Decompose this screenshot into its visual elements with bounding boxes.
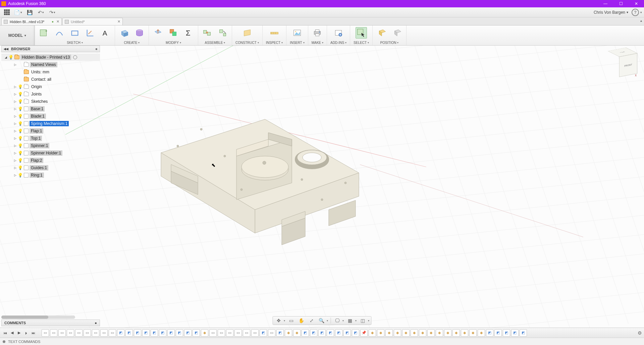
timeline-feature[interactable]: ◆: [285, 329, 292, 337]
timeline-feature[interactable]: ▭: [58, 329, 66, 337]
visibility-bulb-icon[interactable]: 💡: [17, 151, 23, 155]
visibility-bulb-icon[interactable]: 💡: [17, 99, 23, 104]
tree-item[interactable]: ▷💡Base:1: [1, 105, 100, 113]
timeline-feature[interactable]: ◆: [201, 329, 208, 337]
timeline-play-button[interactable]: ▶: [16, 330, 22, 336]
activate-radio[interactable]: [73, 55, 77, 59]
tree-item[interactable]: ▷💡Guides:1: [1, 164, 100, 171]
timeline-feature[interactable]: ◩: [184, 329, 192, 337]
rect-button[interactable]: [69, 27, 80, 39]
print-button[interactable]: [312, 27, 323, 39]
tree-item[interactable]: ▷Named Views: [1, 61, 100, 68]
tree-item[interactable]: ▷💡Spring Mechanism:1: [1, 120, 100, 127]
zoom-button[interactable]: ⤢: [308, 317, 315, 324]
timeline-feature[interactable]: ◩: [511, 329, 519, 337]
measure-button[interactable]: [269, 27, 280, 39]
fit-button[interactable]: 🔍: [318, 317, 325, 324]
timeline-feature[interactable]: ◩: [142, 329, 150, 337]
joint-button[interactable]: [202, 27, 213, 39]
timeline-feature[interactable]: ◆: [411, 329, 418, 337]
ribbon-label[interactable]: SKETCH: [67, 41, 83, 45]
viewcube[interactable]: z x TOP FRONT RIGHT: [609, 49, 636, 79]
comments-panel-header[interactable]: COMMENTS ●: [1, 320, 100, 326]
save-button[interactable]: 💾: [25, 8, 34, 16]
as-built-button[interactable]: [217, 27, 228, 39]
timeline-feature[interactable]: ◩: [520, 329, 527, 337]
timeline-prev-button[interactable]: ◀: [9, 330, 15, 336]
text-button[interactable]: A: [100, 27, 111, 39]
plane-button[interactable]: [241, 27, 253, 39]
timeline-feature[interactable]: ◆: [436, 329, 443, 337]
timeline-feature[interactable]: ◩: [151, 329, 158, 337]
horizontal-scrollbar[interactable]: [1, 316, 75, 319]
timeline-feature[interactable]: ◩: [159, 329, 166, 337]
data-panel-button[interactable]: [2, 8, 11, 16]
panel-menu-button[interactable]: ●: [95, 321, 97, 325]
tree-item[interactable]: ▷💡Flap:1: [1, 127, 100, 135]
viewports-button[interactable]: ◫: [359, 317, 367, 324]
tree-item[interactable]: ▷💡Blade:1: [1, 113, 100, 120]
tree-item[interactable]: ▷💡Sketches: [1, 98, 100, 105]
ribbon-label[interactable]: CONSTRUCT: [235, 41, 259, 45]
grid-settings-button[interactable]: ▦: [346, 317, 354, 324]
timeline-feature[interactable]: ◆: [427, 329, 435, 337]
visibility-bulb-icon[interactable]: 💡: [17, 121, 23, 126]
visibility-bulb-icon[interactable]: 💡: [17, 136, 23, 141]
timeline-feature[interactable]: ◩: [310, 329, 317, 337]
ribbon-label[interactable]: MODIFY: [166, 41, 181, 45]
visibility-bulb-icon[interactable]: 💡: [17, 143, 23, 148]
visibility-bulb-icon[interactable]: 💡: [17, 84, 23, 89]
orbit-button[interactable]: ✥: [275, 317, 282, 324]
timeline-feature[interactable]: ◆: [385, 329, 393, 337]
timeline-feature[interactable]: ◩: [276, 329, 284, 337]
visibility-bulb-icon[interactable]: 💡: [17, 92, 23, 96]
visibility-bulb-icon[interactable]: 💡: [17, 158, 23, 163]
undo-button[interactable]: ↶▾: [36, 8, 46, 16]
line-button[interactable]: [54, 27, 65, 39]
expand-ribbon-button[interactable]: ▴: [640, 19, 642, 22]
timeline-feature[interactable]: ◩: [352, 329, 359, 337]
ribbon-label[interactable]: ASSEMBLE: [205, 41, 225, 45]
document-tab-active[interactable]: Hidden Bl...nted v13* ● ✕: [1, 18, 62, 25]
timeline-feature[interactable]: ◩: [335, 329, 342, 337]
timeline-feature[interactable]: ▭: [100, 329, 108, 337]
user-menu[interactable]: Chris Von Bargen: [594, 10, 628, 15]
ribbon-label[interactable]: POSITION: [380, 41, 399, 45]
timeline-feature[interactable]: ◩: [503, 329, 510, 337]
timeline-feature[interactable]: ◩: [302, 329, 309, 337]
combine-button[interactable]: [168, 27, 179, 39]
canvas-viewport[interactable]: ⬉ ◀◀ BROWSER ● ◢💡Hidden Blade - Printed …: [0, 46, 644, 328]
timeline-feature[interactable]: ◩: [327, 329, 334, 337]
revert-button[interactable]: [391, 27, 403, 39]
viewcube-front[interactable]: FRONT: [619, 53, 637, 77]
timeline-feature[interactable]: ◩: [117, 329, 124, 337]
timeline-feature[interactable]: ▭: [84, 329, 91, 337]
timeline-feature[interactable]: ◩: [193, 329, 200, 337]
document-tab[interactable]: Untitled* ✕: [62, 18, 123, 25]
tree-item[interactable]: ▷Contact: all: [1, 76, 100, 83]
timeline-feature[interactable]: ▭: [268, 329, 275, 337]
browser-header[interactable]: ◀◀ BROWSER ●: [1, 46, 100, 52]
tree-item[interactable]: ▷Units: mm: [1, 68, 100, 76]
timeline-feature[interactable]: ◆: [293, 329, 301, 337]
timeline-feature[interactable]: ◩: [486, 329, 493, 337]
tree-item[interactable]: ▷💡Flap:2: [1, 157, 100, 164]
timeline-feature[interactable]: ▭: [209, 329, 217, 337]
timeline-feature[interactable]: ▭: [50, 329, 57, 337]
visibility-bulb-icon[interactable]: 💡: [17, 165, 23, 170]
ribbon-label[interactable]: ADD-INS: [330, 41, 346, 45]
timeline-feature[interactable]: ◩: [343, 329, 351, 337]
timeline-feature[interactable]: ▭: [226, 329, 233, 337]
timeline-feature[interactable]: ◩: [494, 329, 502, 337]
timeline-feature[interactable]: ▭: [42, 329, 49, 337]
revolve-button[interactable]: [134, 27, 145, 39]
redo-button[interactable]: ↷▾: [48, 8, 57, 16]
pan-button[interactable]: ✋: [298, 317, 305, 324]
timeline-feature[interactable]: ▭: [92, 329, 99, 337]
timeline-start-button[interactable]: ⏮: [2, 330, 8, 336]
tree-item[interactable]: ▷💡Ring:1: [1, 171, 100, 179]
sigma-button[interactable]: Σ: [183, 27, 195, 39]
help-button[interactable]: ?: [632, 9, 639, 16]
panel-menu-button[interactable]: ●: [95, 47, 98, 51]
visibility-bulb-icon[interactable]: 💡: [17, 129, 23, 133]
